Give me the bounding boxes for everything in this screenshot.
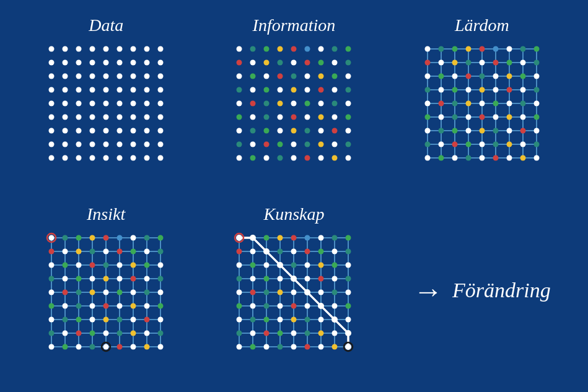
- arrow-icon: →: [413, 274, 443, 308]
- kunskap-cell: Kunskap: [203, 199, 385, 382]
- information-title: Information: [253, 15, 336, 35]
- main-container: Data Information Lärdom Insikt Kunskap →: [3, 4, 586, 388]
- forandring-title: Förändring: [452, 279, 551, 302]
- insikt-grid: [44, 230, 168, 354]
- information-grid: [232, 41, 356, 165]
- kunskap-title: Kunskap: [263, 204, 324, 224]
- insikt-title: Insikt: [87, 204, 125, 224]
- lardom-grid: [420, 41, 544, 165]
- data-grid: [44, 41, 168, 165]
- data-cell: Data: [15, 11, 197, 193]
- insikt-cell: Insikt: [15, 199, 197, 382]
- lardom-cell: Lärdom: [391, 11, 573, 193]
- information-cell: Information: [203, 11, 385, 193]
- forandring-cell: → Förändring: [391, 199, 573, 382]
- kunskap-grid: [232, 230, 356, 354]
- data-title: Data: [89, 15, 123, 35]
- lardom-title: Lärdom: [455, 15, 509, 35]
